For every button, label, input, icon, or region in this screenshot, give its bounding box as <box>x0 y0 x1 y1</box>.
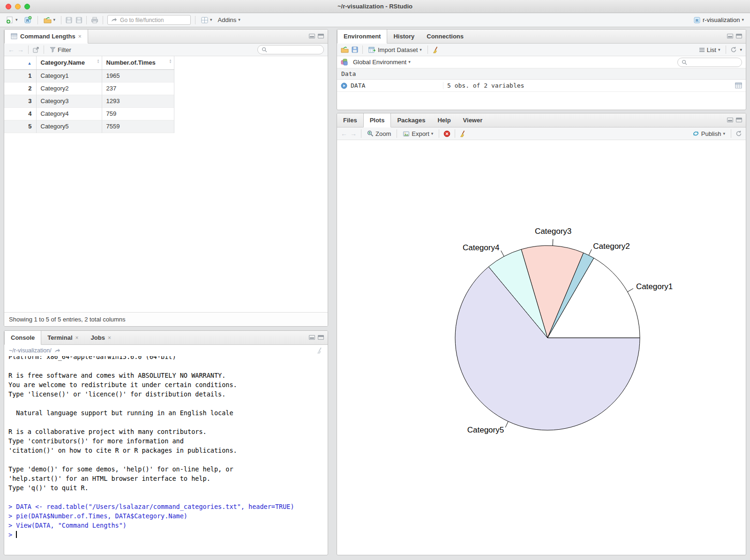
refresh-plot-icon[interactable] <box>735 130 742 137</box>
table-row[interactable]: 3Category31293 <box>4 95 174 107</box>
table-row[interactable]: 5Category57559 <box>4 120 174 133</box>
close-icon[interactable]: × <box>78 33 82 40</box>
minimize-pane-icon[interactable] <box>309 34 315 38</box>
console-output-line <box>8 399 323 408</box>
pie-label-leader-line <box>553 239 553 246</box>
maximize-pane-icon[interactable] <box>318 335 324 340</box>
tab-viewer[interactable]: Viewer <box>457 113 489 127</box>
minimize-pane-icon[interactable] <box>727 118 733 122</box>
environment-scope-bar: Global Environment ▾ <box>337 56 746 68</box>
clear-objects-broom-icon[interactable] <box>432 46 439 53</box>
new-file-button[interactable]: ▾ <box>5 15 19 25</box>
import-dataset-button[interactable]: Import Dataset ▾ <box>367 45 423 54</box>
console-output[interactable]: Platform: x86_64-apple-darwin15.6.0 (64-… <box>4 356 328 555</box>
tab-console[interactable]: Console <box>4 331 41 345</box>
minimize-pane-icon[interactable] <box>727 34 733 38</box>
zoom-plot-button[interactable]: Zoom <box>366 129 392 138</box>
export-plot-button[interactable]: Export ▾ <box>401 129 435 138</box>
pie-chart: Category1Category2Category3Category4Cate… <box>337 140 746 554</box>
tab-history[interactable]: History <box>387 30 420 43</box>
tab-environment[interactable]: Environment <box>337 30 387 44</box>
close-icon[interactable]: × <box>108 335 111 341</box>
chevron-down-icon: ▾ <box>431 132 434 136</box>
scope-label: Global Environment <box>353 59 406 66</box>
tab-files[interactable]: Files <box>337 113 363 127</box>
forward-icon[interactable]: → <box>17 46 24 53</box>
svg-text:R: R <box>696 18 699 22</box>
save-icon[interactable] <box>66 17 72 23</box>
goto-file-search[interactable] <box>107 15 191 25</box>
clear-all-plots-broom-icon[interactable] <box>459 130 466 137</box>
tab-packages[interactable]: Packages <box>391 113 431 127</box>
project-menu-button[interactable]: R r-visualization ▾ <box>692 15 745 25</box>
pie-label-Category3: Category3 <box>535 227 571 236</box>
maximize-pane-icon[interactable] <box>736 118 742 122</box>
table-cell: 5 <box>4 120 36 133</box>
environment-scope-dropdown[interactable]: Global Environment ▾ <box>352 58 412 67</box>
tab-terminal[interactable]: Terminal× <box>41 331 84 344</box>
new-project-button[interactable]: R <box>22 15 33 25</box>
tab-label: Command Lengths <box>20 33 75 40</box>
clear-console-broom-icon[interactable] <box>316 347 323 354</box>
zoom-magnifier-icon <box>367 130 374 137</box>
titlebar: ~/r-visualization - RStudio <box>0 0 750 13</box>
sort-ascending-icon: ▲ <box>28 61 32 66</box>
environment-object-row[interactable]: DATA 5 obs. of 2 variables <box>337 80 746 92</box>
filter-funnel-icon <box>50 47 56 52</box>
chevron-down-icon: ▾ <box>740 48 742 52</box>
console-output-line <box>8 493 323 502</box>
console-output-line <box>8 361 323 371</box>
filter-button[interactable]: Filter <box>48 45 73 54</box>
goto-file-input[interactable] <box>120 17 193 23</box>
minimize-pane-icon[interactable] <box>309 335 315 340</box>
open-file-button[interactable]: ▾ <box>42 16 57 24</box>
rownum-header[interactable]: ▲ <box>4 56 36 69</box>
sort-toggle-icon[interactable]: ▲▼ <box>97 59 100 64</box>
save-all-icon[interactable] <box>75 17 82 23</box>
sort-toggle-icon[interactable]: ▲▼ <box>169 59 172 64</box>
next-plot-icon[interactable]: → <box>350 130 357 137</box>
tab-command-lengths[interactable]: Command Lengths × <box>4 30 88 44</box>
plots-toolbar: ← → Zoom Export ▾ P <box>337 127 746 140</box>
tab-connections[interactable]: Connections <box>420 30 470 43</box>
table-row[interactable]: 4Category4759 <box>4 107 174 120</box>
global-environment-icon <box>341 59 348 66</box>
refresh-icon[interactable] <box>730 46 737 53</box>
table-search-input[interactable] <box>270 46 316 53</box>
window-title: ~/r-visualization - RStudio <box>0 0 750 13</box>
environment-search-input[interactable] <box>690 59 736 66</box>
print-icon[interactable] <box>91 17 98 23</box>
maximize-pane-icon[interactable] <box>318 34 324 38</box>
view-table-icon[interactable] <box>735 82 742 89</box>
pie-label-leader-line <box>589 249 592 255</box>
maximize-pane-icon[interactable] <box>736 34 742 38</box>
remove-plot-icon[interactable] <box>443 130 450 137</box>
back-icon[interactable]: ← <box>8 46 15 53</box>
tab-help[interactable]: Help <box>431 113 457 127</box>
data-viewer-toolbar: ← → Filter <box>4 44 328 56</box>
table-search-box[interactable] <box>257 45 324 54</box>
chevron-down-icon: ▾ <box>238 18 240 22</box>
table-cell: 1965 <box>102 69 174 82</box>
console-prompt[interactable]: > <box>8 530 323 539</box>
close-icon[interactable]: × <box>75 335 79 341</box>
environment-search-box[interactable] <box>677 58 742 67</box>
column-header-category-name[interactable]: Category.Name ▲▼ <box>36 56 102 69</box>
tab-jobs[interactable]: Jobs× <box>85 331 117 344</box>
text-cursor <box>16 531 17 538</box>
previous-plot-icon[interactable]: ← <box>341 130 347 137</box>
save-workspace-icon[interactable] <box>352 46 358 53</box>
pie-label-Category5: Category5 <box>467 426 504 434</box>
list-view-button[interactable]: List ▾ <box>698 45 722 54</box>
open-in-new-window-icon[interactable] <box>33 47 39 53</box>
tab-plots[interactable]: Plots <box>363 113 391 127</box>
expand-object-icon[interactable] <box>341 82 347 89</box>
workspace-panes-button[interactable]: ▾ <box>200 16 214 24</box>
load-workspace-icon[interactable] <box>341 46 349 53</box>
table-row[interactable]: 2Category2237 <box>4 82 174 95</box>
column-header-number-of-times[interactable]: Number.of.Times ▲▼ <box>102 56 174 69</box>
addins-button[interactable]: Addins ▾ <box>217 15 242 24</box>
publish-button[interactable]: Publish ▾ <box>691 129 727 138</box>
goto-directory-icon[interactable] <box>54 348 60 353</box>
table-row[interactable]: 1Category11965 <box>4 69 174 82</box>
